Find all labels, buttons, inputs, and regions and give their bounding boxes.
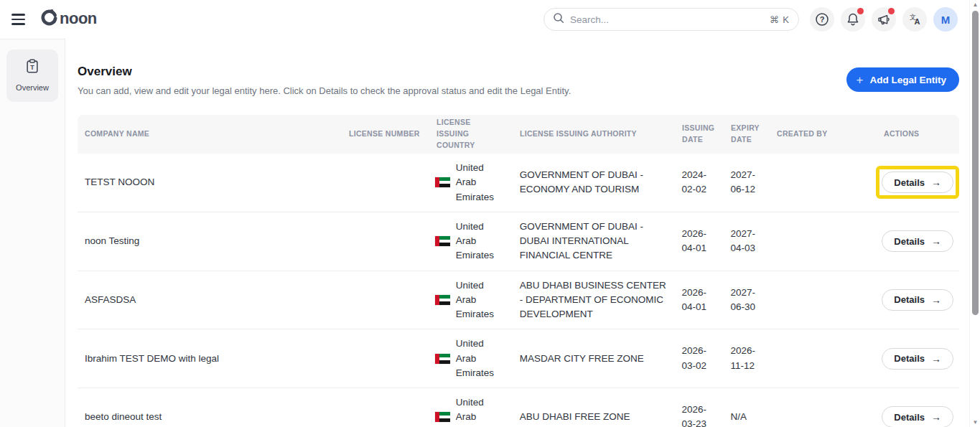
search-input[interactable]: [570, 14, 764, 25]
page-header-text: Overview You can add, view and edit your…: [78, 65, 571, 96]
arrow-right-icon: →: [931, 177, 941, 188]
table-row: noon Testing United Arab Emirates GOVERN…: [78, 212, 959, 271]
license-authority-cell: ABU DHABI BUSINESS CENTER - DEPARTMENT O…: [513, 271, 675, 329]
created-by-cell: [769, 175, 876, 189]
main-content: Overview You can add, view and edit your…: [65, 39, 969, 427]
details-button-highlight: Details →: [876, 400, 959, 427]
translate-icon: 文A: [907, 12, 922, 27]
column-header-license-authority: LICENSE ISSUING AUTHORITY: [513, 128, 675, 140]
details-button[interactable]: Details →: [882, 289, 953, 311]
created-by-cell: [769, 352, 876, 366]
company-name-cell: ASFASDSA: [78, 286, 342, 314]
notification-badge: [857, 8, 864, 14]
table-row: TETST NOOON United Arab Emirates GOVERNM…: [78, 154, 959, 212]
bell-icon: [846, 12, 860, 27]
column-header-company-name: COMPANY NAME: [78, 128, 342, 140]
license-authority-cell: GOVERNMENT OF DUBAI - DUBAI INTERNATIONA…: [513, 212, 675, 271]
svg-text:T: T: [30, 64, 34, 71]
expiry-date-cell: 2027-06-12: [723, 161, 769, 205]
details-label: Details: [894, 412, 925, 423]
license-number-cell: [342, 234, 429, 248]
svg-text:?: ?: [820, 15, 825, 24]
scroll-down-icon[interactable]: ▼: [970, 419, 980, 426]
noon-logo-text: noon: [60, 9, 97, 28]
details-label: Details: [894, 236, 925, 247]
notifications-button[interactable]: [841, 7, 865, 32]
details-button[interactable]: Details →: [882, 230, 953, 252]
actions-cell: Details →: [876, 276, 959, 324]
actions-cell: Details →: [876, 159, 959, 206]
search-shortcut: ⌘ K: [770, 14, 790, 25]
country-flag-icon: [435, 295, 450, 305]
expiry-date-cell: 2026-11-12: [723, 337, 769, 380]
noon-logo[interactable]: noon: [40, 9, 97, 29]
column-header-expiry-date: EXPIRY DATE: [724, 123, 770, 146]
license-number-cell: [342, 410, 429, 424]
add-legal-entity-label: Add Legal Entity: [869, 75, 946, 85]
details-button[interactable]: Details →: [882, 406, 953, 427]
country-flag-icon: [435, 354, 450, 364]
announcement-badge: [888, 8, 895, 14]
vertical-scrollbar[interactable]: ▲ ▼: [969, 0, 980, 427]
company-name-cell: noon Testing: [78, 227, 342, 255]
company-name-cell: beeto dineout test: [78, 403, 342, 427]
column-header-license-country: LICENSE ISSUING COUNTRY: [429, 117, 513, 151]
topbar: noon ⌘ K ? 文A: [0, 0, 969, 39]
license-country-cell: United Arab Emirates: [429, 388, 513, 427]
column-header-actions: ACTIONS: [877, 128, 959, 140]
megaphone-icon: [877, 12, 891, 27]
table-body: TETST NOOON United Arab Emirates GOVERNM…: [78, 154, 959, 427]
search-icon: [553, 12, 564, 27]
expiry-date-cell: 2027-04-03: [723, 220, 769, 263]
table-row: beeto dineout test United Arab Emirates …: [78, 388, 959, 427]
sidebar-item-label: Overview: [16, 83, 49, 92]
sidebar: T Overview: [0, 39, 65, 427]
user-avatar[interactable]: M: [933, 7, 958, 32]
arrow-right-icon: →: [931, 294, 941, 306]
license-number-cell: [342, 293, 429, 307]
details-button-highlight: Details →: [876, 166, 959, 199]
expiry-date-cell: N/A: [723, 403, 769, 427]
created-by-cell: [769, 234, 876, 248]
actions-cell: Details →: [876, 393, 959, 427]
issuing-date-cell: 2026-04-01: [675, 220, 724, 263]
company-name-cell: TETST NOOON: [78, 168, 342, 197]
details-button[interactable]: Details →: [882, 172, 953, 193]
actions-cell: Details →: [876, 217, 959, 265]
details-button-highlight: Details →: [876, 283, 959, 316]
scroll-up-icon[interactable]: ▲: [970, 1, 980, 8]
country-flag-icon: [435, 412, 450, 422]
expiry-date-cell: 2027-06-30: [723, 278, 769, 322]
page-title: Overview: [78, 65, 571, 79]
help-button[interactable]: ?: [810, 7, 834, 32]
license-number-cell: [342, 175, 429, 189]
details-label: Details: [894, 294, 925, 305]
details-label: Details: [894, 353, 925, 364]
license-authority-cell: ABU DHABI FREE ZONE: [513, 403, 675, 427]
language-button[interactable]: 文A: [902, 7, 927, 32]
search-bar[interactable]: ⌘ K: [543, 8, 799, 31]
license-country-cell: United Arab Emirates: [429, 271, 513, 329]
sidebar-item-overview[interactable]: T Overview: [6, 50, 58, 102]
arrow-right-icon: →: [931, 411, 941, 423]
noon-logo-icon: [40, 9, 57, 29]
table-row: Ibrahim TEST DEMO with legal United Arab…: [78, 329, 959, 388]
plus-icon: +: [857, 74, 864, 86]
company-name-cell: Ibrahim TEST DEMO with legal: [78, 344, 342, 373]
announcements-button[interactable]: [872, 7, 896, 32]
hamburger-menu-icon[interactable]: [11, 11, 27, 27]
table-header-row: COMPANY NAME LICENSE NUMBER LICENSE ISSU…: [78, 115, 959, 154]
clipboard-icon: T: [24, 58, 40, 77]
license-authority-cell: MASDAR CITY FREE ZONE: [513, 344, 675, 373]
arrow-right-icon: →: [931, 235, 941, 247]
country-flag-icon: [435, 177, 450, 187]
details-button-highlight: Details →: [876, 225, 959, 258]
column-header-created-by: CREATED BY: [770, 128, 877, 140]
issuing-date-cell: 2026-04-01: [675, 278, 724, 322]
license-number-cell: [342, 352, 429, 366]
scrollbar-thumb[interactable]: [972, 11, 979, 315]
add-legal-entity-button[interactable]: + Add Legal Entity: [846, 67, 959, 92]
svg-text:A: A: [915, 17, 920, 26]
topbar-actions: ? 文A M: [810, 7, 958, 32]
details-button[interactable]: Details →: [882, 348, 953, 370]
